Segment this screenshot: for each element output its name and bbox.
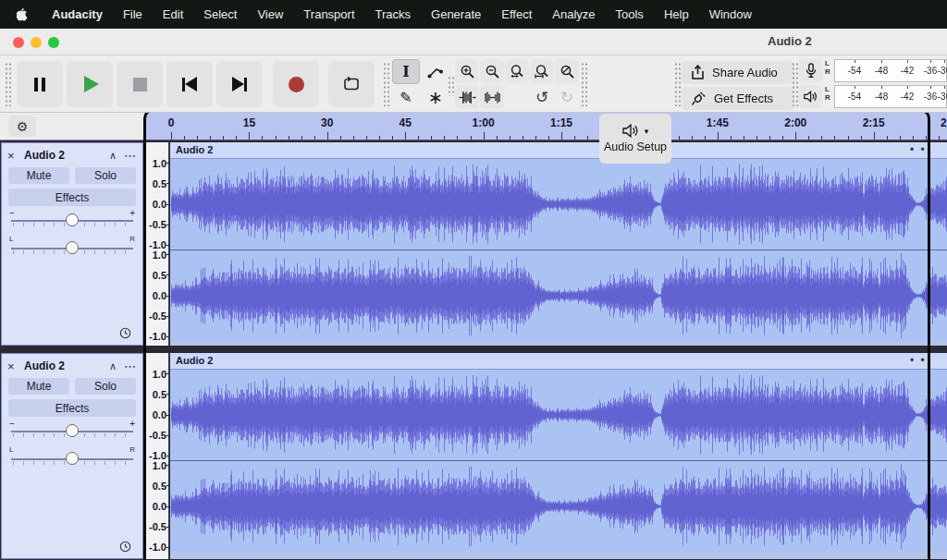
waveform-canvas[interactable]	[170, 461, 947, 552]
meter-toolbar-grip[interactable]	[792, 62, 798, 106]
track-menu-icon[interactable]: ⋯	[122, 149, 139, 163]
pause-button[interactable]	[17, 61, 63, 107]
tools-toolbar-grip[interactable]	[383, 62, 389, 106]
playback-meter-speaker-button[interactable]	[799, 85, 822, 108]
skip-to-start-button[interactable]	[166, 61, 213, 107]
skip-to-end-button[interactable]	[216, 61, 263, 107]
share-icon	[691, 65, 705, 80]
trim-audio-button[interactable]	[455, 85, 479, 109]
envelope-icon	[427, 65, 444, 79]
envelope-tool-button[interactable]	[422, 59, 449, 84]
selection-tool-button[interactable]: I	[392, 59, 420, 84]
fit-selection-button[interactable]	[505, 59, 529, 83]
pan-slider-thumb[interactable]	[66, 241, 79, 254]
menu-item-analyze[interactable]: Analyze	[542, 7, 605, 21]
track-control-panel[interactable]: ×Audio 2∧⋯MuteSoloEffects−+LR	[1, 353, 143, 559]
menu-item-transport[interactable]: Transport	[293, 7, 364, 21]
close-track-button[interactable]: ×	[7, 149, 24, 163]
redo-button[interactable]: ↻	[555, 85, 579, 109]
meter-scale-value: -48	[875, 91, 888, 102]
gain-slider-thumb[interactable]	[66, 424, 79, 437]
pan-slider-thumb[interactable]	[66, 452, 79, 465]
timeline-ruler[interactable]: 01530451:001:151:301:452:002:152:30	[144, 113, 947, 140]
waveform-channel-right[interactable]	[170, 250, 947, 341]
pan-slider[interactable]	[11, 239, 133, 258]
gain-slider[interactable]	[11, 212, 133, 230]
menu-item-view[interactable]: View	[247, 7, 293, 21]
effects-button[interactable]: Effects	[8, 189, 136, 206]
solo-button[interactable]: Solo	[75, 167, 136, 184]
timeline-options-gear-button[interactable]: ⚙	[8, 116, 36, 137]
share-toolbar-grip[interactable]	[674, 62, 681, 106]
gain-slider-thumb[interactable]	[66, 213, 79, 226]
share-audio-button[interactable]: Share Audio	[682, 61, 794, 84]
stop-button[interactable]	[117, 61, 163, 107]
scale-tick	[166, 506, 169, 507]
close-window-button[interactable]	[13, 37, 24, 48]
menu-item-help[interactable]: Help	[654, 7, 699, 21]
draw-tool-button[interactable]: ✎	[392, 85, 420, 110]
timeline-tick	[379, 136, 380, 140]
menu-item-audacity[interactable]: Audacity	[42, 7, 113, 21]
playback-meter[interactable]: -54-48-42-36-30	[834, 85, 947, 108]
effects-button[interactable]: Effects	[8, 399, 136, 417]
record-icon	[289, 77, 304, 92]
menu-item-select[interactable]: Select	[193, 7, 247, 21]
timeline-tick	[782, 136, 783, 140]
solo-button[interactable]: Solo	[75, 378, 136, 395]
zoom-out-button[interactable]	[480, 59, 504, 83]
zoom-in-button[interactable]	[455, 59, 479, 83]
track-title[interactable]: Audio 2	[24, 149, 104, 162]
record-meter-mic-button[interactable]	[799, 59, 822, 82]
play-button[interactable]	[67, 61, 113, 107]
audio-setup-button[interactable]: ▾ Audio Setup	[599, 114, 671, 164]
setup-toolbar-grip[interactable]	[581, 62, 587, 106]
gain-slider[interactable]	[11, 422, 133, 441]
menu-item-effect[interactable]: Effect	[491, 7, 542, 21]
track-row: ×Audio 2∧⋯MuteSoloEffects−+LR1.00.50.0-0…	[0, 141, 947, 347]
clip-menu-dots-icon[interactable]: • •	[910, 143, 927, 156]
mute-button[interactable]: Mute	[8, 167, 69, 184]
zoom-window-button[interactable]	[48, 37, 59, 48]
transport-toolbar-grip[interactable]	[5, 62, 11, 106]
vertical-scale-ruler[interactable]: 1.00.50.0-0.5-1.01.00.50.0-0.5-1.0	[145, 142, 169, 346]
waveform-canvas[interactable]	[170, 370, 947, 460]
mute-button[interactable]: Mute	[8, 378, 69, 395]
menu-item-file[interactable]: File	[113, 7, 153, 21]
get-effects-button[interactable]: Get Effects	[682, 87, 794, 110]
vertical-scale-ruler[interactable]: 1.00.50.0-0.5-1.01.00.50.0-0.5-1.0	[145, 353, 169, 559]
scale-value: -0.5	[149, 430, 166, 441]
pan-slider[interactable]	[11, 450, 133, 469]
edit-toolbar-grip[interactable]	[448, 76, 454, 96]
clip-header[interactable]: Audio 2• •	[170, 353, 947, 370]
menu-item-window[interactable]: Window	[699, 7, 762, 21]
menu-item-edit[interactable]: Edit	[153, 7, 193, 21]
undo-button[interactable]: ↺	[530, 85, 554, 109]
waveform-channel-left[interactable]	[170, 159, 947, 250]
recording-meter[interactable]: -54-48-42-36-30	[834, 59, 947, 82]
loop-button[interactable]	[328, 61, 375, 107]
record-button[interactable]	[273, 61, 319, 107]
track-control-panel[interactable]: ×Audio 2∧⋯MuteSoloEffects−+LR	[1, 142, 143, 346]
apple-menu-icon[interactable]	[0, 7, 42, 21]
timeline-label: 45	[400, 116, 412, 129]
waveform-channel-right[interactable]	[170, 461, 947, 552]
collapse-track-icon[interactable]: ∧	[104, 360, 122, 372]
multi-tool-button[interactable]: ∗	[422, 85, 449, 110]
track-menu-icon[interactable]: ⋯	[122, 359, 139, 373]
clip-menu-dots-icon[interactable]: • •	[910, 354, 927, 367]
waveform-canvas[interactable]	[170, 159, 947, 250]
fit-project-button[interactable]	[530, 59, 554, 83]
track-title[interactable]: Audio 2	[24, 359, 104, 372]
silence-audio-button[interactable]	[480, 85, 504, 109]
menu-item-tracks[interactable]: Tracks	[365, 7, 422, 21]
close-track-button[interactable]: ×	[7, 359, 24, 373]
waveform-canvas[interactable]	[170, 250, 947, 341]
collapse-track-icon[interactable]: ∧	[104, 150, 122, 162]
menu-item-generate[interactable]: Generate	[421, 7, 491, 21]
zoom-toggle-button[interactable]	[555, 59, 579, 83]
menu-item-tools[interactable]: Tools	[606, 7, 654, 21]
clip-header[interactable]: Audio 2• •	[170, 142, 947, 159]
minimize-window-button[interactable]	[31, 37, 42, 48]
waveform-channel-left[interactable]	[170, 370, 947, 460]
